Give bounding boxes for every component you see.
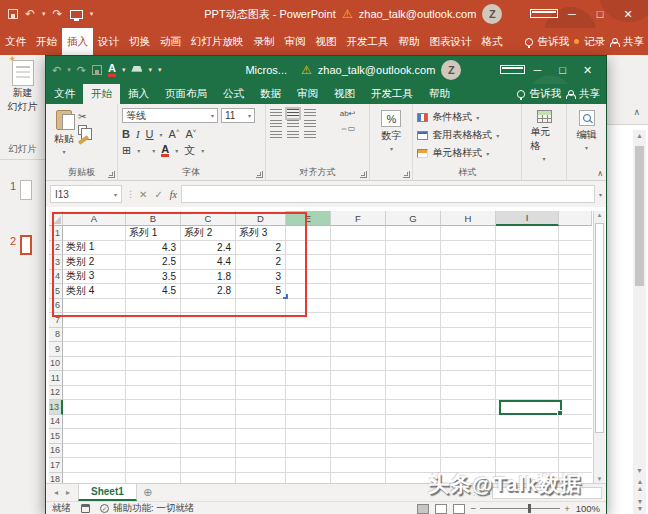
cell-G12[interactable] [386, 386, 441, 401]
cell-C18[interactable] [181, 473, 236, 484]
row-header-18[interactable]: 18 [49, 473, 63, 484]
cell-C5[interactable]: 2.8 [181, 284, 236, 299]
cell-C3[interactable]: 4.4 [181, 255, 236, 270]
cell-H5[interactable] [441, 284, 496, 299]
insert-function-icon[interactable]: fx [170, 189, 177, 200]
ppt-tab-视图[interactable]: 视图 [311, 28, 342, 55]
ppt-tab-插入[interactable]: 插入 [62, 28, 93, 55]
normal-view-icon[interactable] [417, 504, 429, 514]
column-header-I[interactable]: I [496, 211, 559, 226]
cell-E18[interactable] [286, 473, 331, 484]
increase-indent-icon[interactable] [287, 131, 299, 140]
zoom-slider[interactable]: − + [471, 503, 570, 514]
align-bottom-icon[interactable] [304, 109, 316, 118]
underline-button[interactable]: U [146, 128, 154, 140]
cell-I6[interactable] [496, 299, 559, 314]
font-size-combo[interactable]: 11▾ [221, 108, 255, 123]
cell-A17[interactable] [63, 458, 126, 473]
row-header-8[interactable]: 8 [49, 328, 63, 343]
excel-tab-文件[interactable]: 文件 [46, 84, 83, 104]
column-header-A[interactable]: A [63, 211, 126, 226]
cell-B13[interactable] [126, 400, 181, 415]
cell-E6[interactable] [286, 299, 331, 314]
cell-A10[interactable] [63, 357, 126, 372]
number-dialog-launcher[interactable] [403, 171, 410, 178]
cell-I1[interactable] [496, 226, 559, 241]
cell-H14[interactable] [441, 415, 496, 430]
merge-center-icon[interactable]: ⇔▭ [340, 124, 356, 133]
cell-G13[interactable] [386, 400, 441, 415]
formula-bar-splitter[interactable]: ⋮ [126, 189, 135, 199]
excel-tab-审阅[interactable]: 审阅 [289, 84, 326, 104]
ppt-tab-文件[interactable]: 文件 [0, 28, 31, 55]
cell-E12[interactable] [286, 386, 331, 401]
cell-C2[interactable]: 2.4 [181, 241, 236, 256]
cell-E17[interactable] [286, 458, 331, 473]
cell-I16[interactable] [496, 444, 559, 459]
ppt-record-button[interactable]: 记录 [584, 35, 605, 49]
ppt-tab-开发工具[interactable]: 开发工具 [342, 28, 394, 55]
cell-E2[interactable] [286, 241, 331, 256]
row-header-2[interactable]: 2 [49, 241, 63, 256]
cell-G11[interactable] [386, 371, 441, 386]
cell-E9[interactable] [286, 342, 331, 357]
cell-C7[interactable] [181, 313, 236, 328]
excel-account-email[interactable]: zhao_talk@outlook.com [318, 64, 436, 76]
cell-D10[interactable] [236, 357, 286, 372]
excel-tab-视图[interactable]: 视图 [326, 84, 363, 104]
cell-B18[interactable] [126, 473, 181, 484]
scroll-down-icon[interactable]: ▼ [594, 476, 605, 482]
cell-F7[interactable] [331, 313, 386, 328]
cell-A12[interactable] [63, 386, 126, 401]
new-sheet-icon[interactable]: ⊕ [137, 484, 159, 501]
cell-C10[interactable] [181, 357, 236, 372]
zoom-out-icon[interactable]: − [471, 503, 477, 514]
cell-I5[interactable] [496, 284, 559, 299]
cell-A8[interactable] [63, 328, 126, 343]
ribbon-display-options-icon[interactable] [530, 8, 558, 20]
row-header-10[interactable]: 10 [49, 357, 63, 372]
excel-tab-数据[interactable]: 数据 [252, 84, 289, 104]
cell-F14[interactable] [331, 415, 386, 430]
cell-B1[interactable]: 系列 1 [126, 226, 181, 241]
cell-F8[interactable] [331, 328, 386, 343]
bold-button[interactable]: B [122, 128, 130, 140]
cell-E11[interactable] [286, 371, 331, 386]
cell-B15[interactable] [126, 429, 181, 444]
decrease-font-icon[interactable]: A˅ [185, 128, 196, 140]
expand-formula-bar-icon[interactable]: ▾ [599, 191, 602, 198]
cell-F6[interactable] [331, 299, 386, 314]
cell-C11[interactable] [181, 371, 236, 386]
cell-E3[interactable] [286, 255, 331, 270]
ppt-new-slide-button[interactable]: 新建 幻灯片 幻灯片 [0, 55, 45, 160]
cell-B3[interactable]: 2.5 [126, 255, 181, 270]
cell-F13[interactable] [331, 400, 386, 415]
alignment-dialog-launcher[interactable] [360, 171, 367, 178]
cell-C8[interactable] [181, 328, 236, 343]
cell-C6[interactable] [181, 299, 236, 314]
cell-G10[interactable] [386, 357, 441, 372]
scroll-down-icon[interactable]: ▼ [633, 467, 646, 474]
ppt-ribbon-collapse-icon[interactable]: ∧ [633, 107, 640, 117]
cell-E13[interactable] [286, 400, 331, 415]
format-as-table-button[interactable]: 套用表格格式▾ [417, 128, 517, 142]
cell-B11[interactable] [126, 371, 181, 386]
cell-C16[interactable] [181, 444, 236, 459]
cell-I2[interactable] [496, 241, 559, 256]
row-header-1[interactable]: 1 [49, 226, 63, 241]
row-header-3[interactable]: 3 [49, 255, 63, 270]
row-header-6[interactable]: 6 [49, 299, 63, 314]
redo-icon[interactable]: ↷ [77, 64, 86, 77]
ribbon-display-options-icon[interactable] [500, 64, 525, 76]
cell-D9[interactable] [236, 342, 286, 357]
fill-color-dropdown-icon[interactable]: ▾ [148, 66, 152, 74]
cell-E16[interactable] [286, 444, 331, 459]
cell-I11[interactable] [496, 371, 559, 386]
grid-scroll-thumb[interactable] [595, 223, 604, 433]
cell-I12[interactable] [496, 386, 559, 401]
cell-B17[interactable] [126, 458, 181, 473]
cell-E4[interactable] [286, 270, 331, 285]
cell-A18[interactable] [63, 473, 126, 484]
orientation-icon[interactable] [304, 131, 316, 140]
cell-D3[interactable]: 2 [236, 255, 286, 270]
